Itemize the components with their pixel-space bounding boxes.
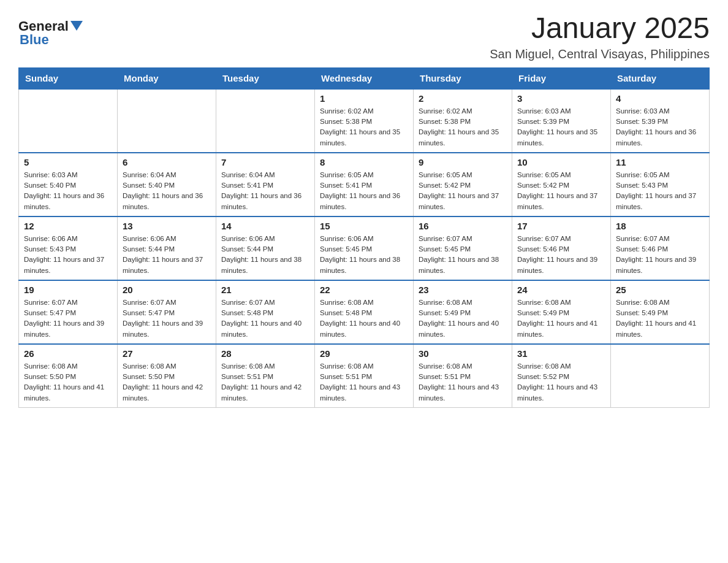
day-info: Sunrise: 6:08 AM Sunset: 5:49 PM Dayligh… bbox=[616, 297, 704, 340]
logo-blue: Blue bbox=[20, 32, 49, 48]
day-info: Sunrise: 6:08 AM Sunset: 5:48 PM Dayligh… bbox=[320, 297, 408, 340]
calendar-cell: 30Sunrise: 6:08 AM Sunset: 5:51 PM Dayli… bbox=[414, 344, 512, 408]
calendar-cell: 18Sunrise: 6:07 AM Sunset: 5:46 PM Dayli… bbox=[611, 216, 710, 280]
day-info: Sunrise: 6:07 AM Sunset: 5:46 PM Dayligh… bbox=[517, 234, 605, 276]
calendar-cell: 5Sunrise: 6:03 AM Sunset: 5:40 PM Daylig… bbox=[19, 153, 118, 216]
calendar-cell: 16Sunrise: 6:07 AM Sunset: 5:45 PM Dayli… bbox=[414, 216, 512, 280]
calendar-cell: 14Sunrise: 6:06 AM Sunset: 5:44 PM Dayli… bbox=[216, 216, 315, 280]
title-section: January 2025 San Miguel, Central Visayas… bbox=[490, 12, 710, 61]
calendar-cell: 9Sunrise: 6:05 AM Sunset: 5:42 PM Daylig… bbox=[414, 153, 512, 216]
day-number: 10 bbox=[517, 157, 605, 167]
day-info: Sunrise: 6:03 AM Sunset: 5:40 PM Dayligh… bbox=[24, 170, 112, 212]
day-info: Sunrise: 6:06 AM Sunset: 5:44 PM Dayligh… bbox=[221, 234, 309, 276]
calendar-cell: 20Sunrise: 6:07 AM Sunset: 5:47 PM Dayli… bbox=[118, 280, 216, 344]
calendar-cell: 8Sunrise: 6:05 AM Sunset: 5:41 PM Daylig… bbox=[315, 153, 414, 216]
day-info: Sunrise: 6:04 AM Sunset: 5:40 PM Dayligh… bbox=[123, 170, 211, 212]
day-number: 5 bbox=[24, 157, 112, 167]
calendar-cell: 12Sunrise: 6:06 AM Sunset: 5:43 PM Dayli… bbox=[19, 216, 118, 280]
day-number: 11 bbox=[616, 157, 704, 167]
day-info: Sunrise: 6:05 AM Sunset: 5:43 PM Dayligh… bbox=[616, 170, 704, 212]
day-info: Sunrise: 6:08 AM Sunset: 5:49 PM Dayligh… bbox=[419, 297, 507, 340]
day-number: 20 bbox=[123, 285, 211, 295]
day-number: 24 bbox=[517, 285, 605, 295]
svg-marker-0 bbox=[70, 21, 83, 31]
day-info: Sunrise: 6:06 AM Sunset: 5:45 PM Dayligh… bbox=[320, 234, 408, 276]
week-row-4: 19Sunrise: 6:07 AM Sunset: 5:47 PM Dayli… bbox=[19, 280, 710, 344]
calendar-cell bbox=[611, 344, 710, 408]
logo: General Blue bbox=[18, 18, 83, 48]
day-info: Sunrise: 6:06 AM Sunset: 5:43 PM Dayligh… bbox=[24, 234, 112, 276]
calendar-cell: 27Sunrise: 6:08 AM Sunset: 5:50 PM Dayli… bbox=[118, 344, 216, 408]
day-number: 12 bbox=[24, 221, 112, 231]
calendar-cell: 6Sunrise: 6:04 AM Sunset: 5:40 PM Daylig… bbox=[118, 153, 216, 216]
calendar-cell bbox=[19, 89, 118, 153]
day-number: 21 bbox=[221, 285, 309, 295]
day-number: 8 bbox=[320, 157, 408, 167]
day-number: 4 bbox=[616, 93, 704, 104]
day-info: Sunrise: 6:04 AM Sunset: 5:41 PM Dayligh… bbox=[221, 170, 309, 212]
day-info: Sunrise: 6:08 AM Sunset: 5:51 PM Dayligh… bbox=[221, 361, 309, 404]
calendar-cell: 2Sunrise: 6:02 AM Sunset: 5:38 PM Daylig… bbox=[414, 89, 512, 153]
day-number: 27 bbox=[123, 348, 211, 359]
day-info: Sunrise: 6:03 AM Sunset: 5:39 PM Dayligh… bbox=[616, 106, 704, 148]
day-info: Sunrise: 6:07 AM Sunset: 5:48 PM Dayligh… bbox=[221, 297, 309, 340]
day-info: Sunrise: 6:07 AM Sunset: 5:45 PM Dayligh… bbox=[419, 234, 507, 276]
week-row-2: 5Sunrise: 6:03 AM Sunset: 5:40 PM Daylig… bbox=[19, 153, 710, 216]
location-title: San Miguel, Central Visayas, Philippines bbox=[490, 47, 710, 61]
day-info: Sunrise: 6:08 AM Sunset: 5:49 PM Dayligh… bbox=[517, 297, 605, 340]
day-number: 29 bbox=[320, 348, 408, 359]
calendar-cell: 3Sunrise: 6:03 AM Sunset: 5:39 PM Daylig… bbox=[512, 89, 611, 153]
calendar-table: SundayMondayTuesdayWednesdayThursdayFrid… bbox=[18, 67, 710, 408]
day-header-sunday: Sunday bbox=[19, 67, 118, 89]
calendar-header-row: SundayMondayTuesdayWednesdayThursdayFrid… bbox=[19, 67, 710, 89]
day-number: 3 bbox=[517, 93, 605, 104]
day-info: Sunrise: 6:08 AM Sunset: 5:51 PM Dayligh… bbox=[320, 361, 408, 404]
calendar-cell: 25Sunrise: 6:08 AM Sunset: 5:49 PM Dayli… bbox=[611, 280, 710, 344]
calendar-cell: 22Sunrise: 6:08 AM Sunset: 5:48 PM Dayli… bbox=[315, 280, 414, 344]
day-info: Sunrise: 6:08 AM Sunset: 5:50 PM Dayligh… bbox=[123, 361, 211, 404]
day-info: Sunrise: 6:08 AM Sunset: 5:51 PM Dayligh… bbox=[419, 361, 507, 404]
day-number: 28 bbox=[221, 348, 309, 359]
day-number: 15 bbox=[320, 221, 408, 231]
calendar-cell: 26Sunrise: 6:08 AM Sunset: 5:50 PM Dayli… bbox=[19, 344, 118, 408]
calendar-cell: 7Sunrise: 6:04 AM Sunset: 5:41 PM Daylig… bbox=[216, 153, 315, 216]
day-header-friday: Friday bbox=[512, 67, 611, 89]
day-number: 7 bbox=[221, 157, 309, 167]
day-number: 31 bbox=[517, 348, 605, 359]
calendar-cell: 11Sunrise: 6:05 AM Sunset: 5:43 PM Dayli… bbox=[611, 153, 710, 216]
calendar-cell: 24Sunrise: 6:08 AM Sunset: 5:49 PM Dayli… bbox=[512, 280, 611, 344]
day-info: Sunrise: 6:06 AM Sunset: 5:44 PM Dayligh… bbox=[123, 234, 211, 276]
day-info: Sunrise: 6:07 AM Sunset: 5:46 PM Dayligh… bbox=[616, 234, 704, 276]
day-number: 13 bbox=[123, 221, 211, 231]
day-header-tuesday: Tuesday bbox=[216, 67, 315, 89]
day-number: 19 bbox=[24, 285, 112, 295]
calendar-cell: 1Sunrise: 6:02 AM Sunset: 5:38 PM Daylig… bbox=[315, 89, 414, 153]
calendar-cell: 29Sunrise: 6:08 AM Sunset: 5:51 PM Dayli… bbox=[315, 344, 414, 408]
day-number: 17 bbox=[517, 221, 605, 231]
day-info: Sunrise: 6:02 AM Sunset: 5:38 PM Dayligh… bbox=[419, 106, 507, 148]
day-info: Sunrise: 6:08 AM Sunset: 5:50 PM Dayligh… bbox=[24, 361, 112, 404]
calendar-cell: 21Sunrise: 6:07 AM Sunset: 5:48 PM Dayli… bbox=[216, 280, 315, 344]
day-number: 18 bbox=[616, 221, 704, 231]
week-row-3: 12Sunrise: 6:06 AM Sunset: 5:43 PM Dayli… bbox=[19, 216, 710, 280]
calendar-cell: 15Sunrise: 6:06 AM Sunset: 5:45 PM Dayli… bbox=[315, 216, 414, 280]
day-info: Sunrise: 6:07 AM Sunset: 5:47 PM Dayligh… bbox=[24, 297, 112, 340]
day-header-monday: Monday bbox=[118, 67, 216, 89]
day-header-thursday: Thursday bbox=[414, 67, 512, 89]
day-number: 6 bbox=[123, 157, 211, 167]
day-number: 2 bbox=[419, 93, 507, 104]
calendar-cell bbox=[118, 89, 216, 153]
day-header-wednesday: Wednesday bbox=[315, 67, 414, 89]
page-header: General Blue January 2025 San Miguel, Ce… bbox=[18, 12, 710, 61]
month-title: January 2025 bbox=[490, 12, 710, 45]
day-info: Sunrise: 6:07 AM Sunset: 5:47 PM Dayligh… bbox=[123, 297, 211, 340]
calendar-cell bbox=[216, 89, 315, 153]
week-row-1: 1Sunrise: 6:02 AM Sunset: 5:38 PM Daylig… bbox=[19, 89, 710, 153]
calendar-cell: 31Sunrise: 6:08 AM Sunset: 5:52 PM Dayli… bbox=[512, 344, 611, 408]
day-number: 23 bbox=[419, 285, 507, 295]
day-number: 16 bbox=[419, 221, 507, 231]
calendar-cell: 19Sunrise: 6:07 AM Sunset: 5:47 PM Dayli… bbox=[19, 280, 118, 344]
logo-triangle-icon bbox=[70, 21, 83, 31]
week-row-5: 26Sunrise: 6:08 AM Sunset: 5:50 PM Dayli… bbox=[19, 344, 710, 408]
day-info: Sunrise: 6:03 AM Sunset: 5:39 PM Dayligh… bbox=[517, 106, 605, 148]
